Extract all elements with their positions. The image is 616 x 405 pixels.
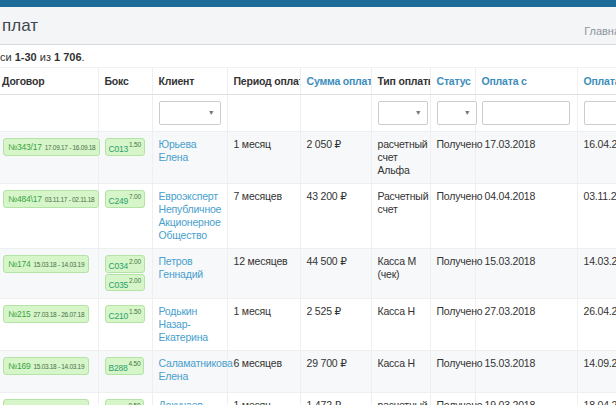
amount-cell: 44 500 ₽: [300, 249, 371, 299]
period-cell: 7 месяцев: [227, 184, 300, 249]
table-row: №343/1717.09.17 - 16.09.18 C0131.50 Юрье…: [0, 132, 616, 184]
contract-dates: 17.09.17 - 16.09.18: [45, 144, 96, 151]
client-link[interactable]: Саламатникова Елена: [159, 357, 233, 382]
type-filter-select[interactable]: ▼: [378, 101, 428, 125]
contract-number: №169: [8, 361, 31, 371]
summary-total: 1 706: [54, 51, 82, 63]
paid-from-cell: 15.03.2018: [475, 351, 577, 393]
amount-cell: 1 472 ₽: [300, 393, 371, 405]
table-row: №17719.03.18 - 18.06.18 B3970.50 B4260.5…: [0, 393, 616, 405]
box-badge[interactable]: C0352.00: [105, 274, 145, 292]
column-header-client: Клиент: [159, 75, 195, 87]
page-title: плат: [2, 16, 616, 36]
contract-badge[interactable]: №17415.03.18 - 14.03.19: [3, 255, 89, 273]
status-cell: Получено: [430, 393, 475, 405]
box-badge[interactable]: C2497.00: [105, 190, 145, 208]
contract-number: №174: [8, 259, 31, 269]
column-header-paid-from-sort[interactable]: Оплата с: [482, 75, 527, 87]
status-cell: Получено: [430, 132, 475, 184]
summary-range: 1-30: [15, 51, 37, 63]
column-header-amount-sort[interactable]: Сумма оплаты: [307, 75, 372, 87]
payments-table: Договор Бокс Клиент Период оплаты Сумма …: [0, 67, 616, 405]
column-header-period: Период оплаты: [234, 75, 301, 87]
client-link[interactable]: Докучаев Денис: [159, 399, 203, 405]
amount-cell: 43 200 ₽: [300, 184, 371, 249]
paid-to-filter-input[interactable]: [584, 101, 616, 125]
period-cell: 1 месяц: [227, 299, 300, 351]
paid-to-cell: 03.11.2018: [577, 184, 616, 249]
contract-badge[interactable]: №16915.03.18 - 14.03.19: [3, 357, 89, 375]
box-badge[interactable]: C0342.00: [105, 255, 145, 273]
box-badge[interactable]: B2884.50: [105, 357, 145, 375]
type-cell: Расчетный счет: [371, 184, 430, 249]
page-header: плат Главная: [0, 7, 616, 45]
summary-prefix: си: [0, 51, 15, 63]
chevron-down-icon: ▼: [464, 109, 471, 116]
contract-badge[interactable]: №343/1717.09.17 - 16.09.18: [3, 138, 100, 156]
contract-number: №215: [8, 309, 31, 319]
paid-to-cell: 14.03.2019: [577, 249, 616, 299]
box-badge[interactable]: C2101.50: [105, 305, 145, 323]
paid-to-cell: 26.04.2018: [577, 299, 616, 351]
paid-from-cell: 27.03.2018: [475, 299, 577, 351]
paid-to-cell: 18.04.2018: [577, 393, 616, 405]
breadcrumb-home-link[interactable]: Главная: [584, 25, 616, 37]
amount-cell: 2 525 ₽: [300, 299, 371, 351]
box-badge[interactable]: B3970.50: [105, 399, 145, 405]
filter-row: ▼ ▼ ▼: [0, 95, 616, 132]
contract-badge[interactable]: №17719.03.18 - 18.06.18: [3, 399, 89, 405]
contract-dates: 27.03.18 - 26.07.18: [34, 311, 85, 318]
period-cell: 12 месяцев: [227, 249, 300, 299]
paid-from-cell: 17.03.2018: [475, 132, 577, 184]
contract-number: №484\17: [8, 194, 42, 204]
paid-to-cell: 16.04.2018: [577, 132, 616, 184]
column-header-status-sort[interactable]: Статус: [437, 75, 471, 87]
type-cell: Касса Н: [371, 299, 430, 351]
column-header-box: Бокс: [105, 75, 129, 87]
status-filter-select[interactable]: ▼: [437, 101, 477, 125]
header-row: Договор Бокс Клиент Период оплаты Сумма …: [0, 68, 616, 95]
box-badge[interactable]: C0131.50: [105, 138, 145, 156]
column-header-paid-to-sort[interactable]: Оплата по: [584, 75, 616, 87]
period-cell: 6 месяцев: [227, 351, 300, 393]
chevron-down-icon: ▼: [415, 109, 422, 116]
topbar-accent: [0, 0, 616, 7]
paid-from-cell: 15.03.2018: [475, 249, 577, 299]
contract-badge[interactable]: №21527.03.18 - 26.07.18: [3, 305, 89, 323]
status-cell: Получено: [430, 299, 475, 351]
contract-number: №343/17: [8, 142, 42, 152]
type-cell: Касса Н: [371, 351, 430, 393]
client-filter-select[interactable]: ▼: [159, 101, 221, 125]
paid-from-cell: 19.03.2018: [475, 393, 577, 405]
period-cell: 1 месяц: [227, 393, 300, 405]
status-cell: Получено: [430, 249, 475, 299]
contract-dates: 15.03.18 - 14.03.19: [34, 363, 85, 370]
column-header-type: Тип оплаты: [378, 75, 431, 87]
paid-from-filter-input[interactable]: [482, 101, 570, 125]
type-cell: расчетный счет Альфа: [371, 132, 430, 184]
paid-from-cell: 04.04.2018: [475, 184, 577, 249]
contract-dates: 03.11.17 - 02.11.18: [45, 196, 95, 203]
contract-badge[interactable]: №484\1703.11.17 - 02.11.18: [3, 190, 99, 208]
table-row: №21527.03.18 - 26.07.18 C2101.50 Родькин…: [0, 299, 616, 351]
type-cell: расчетный счет Альфа: [371, 393, 430, 405]
type-cell: Касса М (чек): [371, 249, 430, 299]
records-summary: си 1-30 из 1 706.: [0, 51, 616, 63]
client-link[interactable]: Родькин Назар-Екатерина: [159, 305, 209, 343]
status-cell: Получено: [430, 184, 475, 249]
amount-cell: 2 050 ₽: [300, 132, 371, 184]
paid-to-cell: 14.09.2018: [577, 351, 616, 393]
column-header-contract: Договор: [2, 75, 44, 87]
period-cell: 1 месяц: [227, 132, 300, 184]
client-link[interactable]: Евроэксперт Непубличное Акционерное Обще…: [159, 190, 222, 241]
amount-cell: 29 700 ₽: [300, 351, 371, 393]
client-link[interactable]: Юрьева Елена: [159, 138, 197, 163]
status-cell: Получено: [430, 351, 475, 393]
chevron-down-icon: ▼: [208, 109, 215, 116]
summary-suffix: .: [82, 51, 85, 63]
table-row: №484\1703.11.17 - 02.11.18 C2497.00 Евро…: [0, 184, 616, 249]
summary-of: из: [37, 51, 54, 63]
contract-dates: 15.03.18 - 14.03.19: [34, 261, 85, 268]
client-link[interactable]: Петров Геннадий: [159, 255, 204, 280]
table-row: №16915.03.18 - 14.03.19 B2884.50 Саламат…: [0, 351, 616, 393]
